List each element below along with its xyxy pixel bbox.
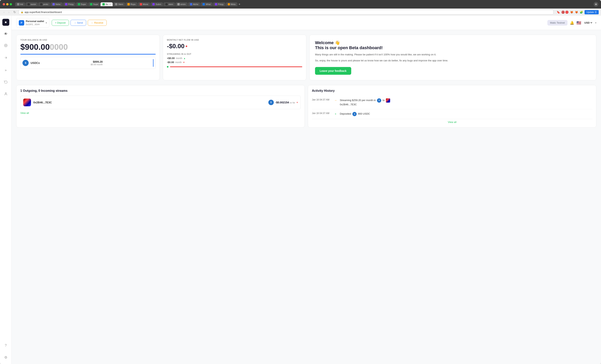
chevron-down-icon: ▾ <box>46 21 47 24</box>
token-row[interactable]: $ USDCx $899.28 -$0.00 month <box>20 57 156 69</box>
balance-label: YOUR BALANCE IN USD <box>20 39 156 41</box>
browser-tabs: Intr ourze proto Netw. Polyg Supe Supe S… <box>15 2 591 6</box>
currency-chevron-icon: ▾ <box>595 21 596 24</box>
activity-date-1: Jan 16 04:37 AM <box>312 98 331 101</box>
url-bar[interactable]: 🔒 app.superfluid.finance/dashboard <box>19 10 554 15</box>
deposit-button[interactable]: + Deposit <box>52 20 69 26</box>
usdc-icon: $ <box>377 98 381 103</box>
sidebar-item-streams[interactable] <box>2 54 9 62</box>
activity-desc-2: Deposited $ 900 USDC <box>340 112 592 116</box>
browser-tab[interactable]: Meta <box>226 2 237 6</box>
url-text: app.superfluid.finance/dashboard <box>25 11 62 14</box>
main-area: P Personal wallet 0x33FE...8544 ▾ + Depo… <box>12 16 601 364</box>
bottom-row: 1 Outgoing, 0 Incoming streams 0x2B46...… <box>16 85 596 128</box>
browser-tab[interactable]: Supe <box>88 2 100 6</box>
network-selector[interactable]: Matic Testnet <box>547 20 568 26</box>
extension-icon[interactable]: 🦊 <box>570 11 573 14</box>
inflow-row: +$0.00 month ▲ <box>167 57 302 60</box>
stream-item[interactable]: 0x2B46...7E3C $ -$0.002154 so far ▾ <box>20 96 301 109</box>
browser-tab[interactable]: What <box>200 2 213 6</box>
wallet-address: 0x33FE...8544 <box>26 23 44 26</box>
activity-desc-1: Streaming $259.20 per month in $ to 0x2B… <box>340 98 592 106</box>
netflow-label: MONTHLY NET FLOW IN USD <box>167 39 302 41</box>
stream-flow-amount: -$0.002154 <box>275 101 289 104</box>
main-content: YOUR BALANCE IN USD $900.000000 $ USDCx … <box>12 30 601 364</box>
sidebar: ■ 👁 » ? ⚙ <box>0 16 12 364</box>
browser-tab[interactable]: ourze <box>26 2 38 6</box>
stream-avatar <box>23 99 31 106</box>
welcome-card: Welcome 👋 This is our open Beta dashboar… <box>310 35 596 80</box>
stream-token-icon: $ <box>268 100 274 105</box>
stream-address: 0x2B46...7E3C <box>33 101 52 104</box>
minimize-button[interactable] <box>6 3 9 5</box>
welcome-title: Welcome 👋 This is our open Beta dashboar… <box>315 40 591 50</box>
browser-tab[interactable]: Supe <box>76 2 88 6</box>
svg-point-1 <box>5 45 6 46</box>
usdc-icon-2: $ <box>352 112 357 116</box>
close-button[interactable] <box>3 3 5 5</box>
token-balance: $899.28 -$0.00 month <box>90 60 103 66</box>
browser-tab[interactable]: Stem <box>113 2 125 6</box>
token-divider <box>153 59 153 67</box>
view-all-streams-link[interactable]: View all <box>20 111 29 114</box>
view-all-activity-link[interactable]: View all <box>312 121 592 123</box>
sidebar-item-more[interactable]: » <box>3 67 8 74</box>
browser-tab[interactable]: Alche <box>188 2 200 6</box>
browser-tab[interactable]: Polyg <box>63 2 76 6</box>
app-container: ■ 👁 » ? ⚙ P <box>0 16 601 364</box>
sidebar-item-tokens[interactable] <box>2 42 9 50</box>
netflow-indicator <box>186 45 187 47</box>
activity-title: Activity History <box>312 89 592 92</box>
back-button[interactable]: ‹ <box>2 10 6 14</box>
welcome-text-1: Many things are still in the making. Ple… <box>315 53 591 57</box>
browser-tab[interactable]: Mone <box>138 2 150 6</box>
alert-badge: ! <box>565 11 569 14</box>
browser-tab[interactable]: proto <box>38 2 50 6</box>
maximize-button[interactable] <box>10 3 12 5</box>
streaming-label: STREAMING IN & OUT <box>167 53 302 55</box>
update-button[interactable]: Update ☰ <box>585 10 599 14</box>
receive-button[interactable]: ← Receive <box>88 20 107 26</box>
wallet-info: Personal wallet 0x33FE...8544 <box>26 20 44 26</box>
sidebar-item-profile[interactable] <box>2 91 9 98</box>
browser-titlebar: Intr ourze proto Netw. Polyg Supe Supe S… <box>0 0 601 9</box>
currency-select[interactable]: USD EUR <box>584 21 593 24</box>
wallet-selector[interactable]: P Personal wallet 0x33FE...8544 ▾ <box>16 18 49 28</box>
sidebar-item-settings[interactable]: ⚙ <box>3 354 9 361</box>
stream-chevron-icon: ▾ <box>297 101 298 104</box>
sidebar-item-history[interactable] <box>2 78 9 86</box>
browser-tab[interactable]: Polyg <box>213 2 225 6</box>
browser-tab[interactable]: Rops <box>125 2 138 6</box>
send-button[interactable]: → Send <box>70 20 86 26</box>
lock-icon: 🔒 <box>21 11 23 13</box>
browser-tab[interactable]: Intr <box>15 2 25 6</box>
sidebar-item-help[interactable]: ? <box>3 342 8 349</box>
stream-details: $ -$0.002154 so far ▾ <box>268 100 298 105</box>
forward-button[interactable]: › <box>7 10 10 14</box>
extension2-icon[interactable]: 🦊 <box>575 11 578 14</box>
topbar: P Personal wallet 0x33FE...8544 ▾ + Depo… <box>12 16 601 30</box>
toolbar-icons: 🔖 🛡 ! 🦊 🦊 🧩 Update ☰ <box>557 10 599 14</box>
browser-tab[interactable]: Subm <box>150 2 163 6</box>
arrow-right-icon: → <box>334 98 338 102</box>
streams-card: 1 Outgoing, 0 Incoming streams 0x2B46...… <box>16 85 305 128</box>
plus-icon: + <box>334 112 338 116</box>
topbar-actions: + Deposit → Send ← Receive <box>52 20 107 26</box>
app-logo[interactable]: ■ <box>2 19 9 26</box>
browser-tab-active[interactable]: Su✕ <box>100 2 113 6</box>
browser-tab[interactable]: Netw. <box>50 2 63 6</box>
activity-item: Jan 16 04:37 AM + Deposited $ 900 USDC <box>312 109 592 119</box>
token-name: USDCx <box>30 61 40 64</box>
shield-badge: 🛡 <box>561 11 565 14</box>
bookmark-icon[interactable]: 🔖 <box>557 11 560 14</box>
feedback-button[interactable]: Leave your feedback <box>315 67 351 75</box>
puzzle-icon[interactable]: 🧩 <box>580 11 583 14</box>
cards-row: YOUR BALANCE IN USD $900.000000 $ USDCx … <box>16 35 596 80</box>
browser-tab[interactable]: stem <box>163 2 175 6</box>
progress-area <box>167 66 302 68</box>
notification-button[interactable]: 🔔 <box>570 21 574 25</box>
reload-button[interactable]: ↻ <box>12 10 17 14</box>
new-tab-button[interactable]: + <box>238 2 241 6</box>
browser-tab[interactable]: emim <box>175 2 188 6</box>
sidebar-item-dashboard[interactable]: 👁 <box>2 30 9 38</box>
